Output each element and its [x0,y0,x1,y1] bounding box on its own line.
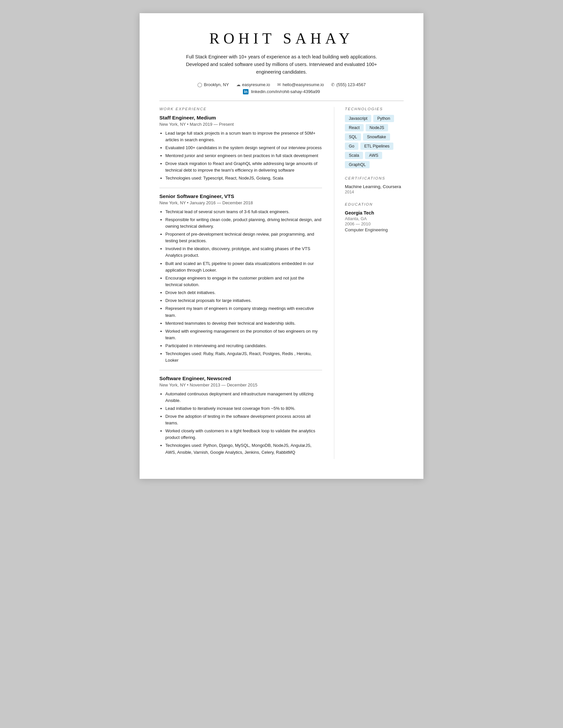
tech-tag: Javascript [345,115,371,122]
job-meta-3: New York, NY • November 2013 — December … [159,382,322,387]
technologies-label: TECHNOLOGIES [345,107,404,111]
job-title-3: Software Engineer, Newscred [159,376,322,381]
list-item: Evaluated 100+ candidates in the system … [165,145,322,151]
email-text: hello@easyresume.io [282,82,324,87]
sep-1 [159,188,322,188]
job-meta-2: New York, NY • January 2016 — December 2… [159,200,322,205]
email-icon: ✉ [277,82,281,87]
list-item: Encourage engineers to engage in the cus… [165,275,322,288]
tech-tag: Snowflake [363,133,390,141]
edu-years-1: 2006 — 2010 [345,221,404,226]
tech-tag: Python [373,115,394,122]
list-item: Mentored teammates to develop their tech… [165,320,322,327]
contact-row-1: ◯ Brooklyn, NY ☁ easyresume.io ✉ hello@e… [159,82,404,87]
list-item: Automated continuous deployment and infr… [165,391,322,404]
education-label: EDUCATION [345,202,404,206]
linkedin-icon: in [243,89,248,94]
list-item: Involved in the ideation, discovery, pro… [165,246,322,259]
list-item: Lead large full stack projects in a scru… [165,130,322,143]
email-item: ✉ hello@easyresume.io [277,82,324,87]
left-column: WORK EXPERIENCE Staff Engineer, Medium N… [159,107,334,459]
job-block-2: Senior Software Engineer, VTS New York, … [159,193,322,364]
phone-text: (555) 123-4567 [336,82,366,87]
website-text: easyresume.io [242,82,270,87]
website-item: ☁ easyresume.io [236,82,270,87]
job-block-1: Staff Engineer, Medium New York, NY • Ma… [159,115,322,182]
list-item: Participated in interviewing and recruit… [165,343,322,349]
list-item: Built and scaled an ETL pipeline to powe… [165,260,322,274]
location-text: Brooklyn, NY [204,82,229,87]
tech-tag: SQL [345,133,361,141]
list-item: Represent my team of engineers in compan… [165,305,322,318]
linkedin-text: linkedin.com/in/rohit-sahay-4396a99 [251,89,320,94]
edu-location-1: Atlanta, GA [345,216,404,221]
list-item: Technical lead of several scrum teams of… [165,209,322,215]
candidate-name: ROHIT SAHAY [159,30,404,47]
list-item: Technologies used: Typescript, React, No… [165,175,322,182]
phone-item: ✆ (555) 123-4567 [331,82,366,87]
cert-name-1: Machine Learning, Coursera [345,184,404,189]
list-item: Proponent of pre-development technical d… [165,231,322,244]
list-item: Technologies used: Ruby, Rails, AngularJ… [165,350,322,364]
certifications-section: CERTIFICATIONS Machine Learning, Courser… [345,176,404,194]
tech-tag: ETL Pipelines [360,143,394,150]
job-title-1: Staff Engineer, Medium [159,115,322,121]
tech-tag: React [345,124,364,131]
tech-tag: GraphQL [345,161,370,168]
edu-major-1: Computer Engineering [345,227,404,232]
main-layout: WORK EXPERIENCE Staff Engineer, Medium N… [159,107,404,459]
location-item: ◯ Brooklyn, NY [197,82,229,87]
tech-tag: Go [345,143,358,150]
header-divider [159,101,404,101]
tech-tag: AWS [365,152,382,159]
list-item: Mentored junior and senior engineers on … [165,152,322,159]
job-block-3: Software Engineer, Newscred New York, NY… [159,376,322,456]
list-item: Technologies used: Python, Django, MySQL… [165,442,322,455]
technologies-section: TECHNOLOGIES JavascriptPythonReactNodeJS… [345,107,404,168]
list-item: Drove the adoption of testing in the sof… [165,413,322,426]
tech-tag: Scala [345,152,363,159]
tech-tags-container: JavascriptPythonReactNodeJSSQLSnowflakeG… [345,115,404,168]
right-column: TECHNOLOGIES JavascriptPythonReactNodeJS… [334,107,404,459]
list-item: Worked closely with customers in a tight… [165,428,322,441]
list-item: Drove tech debt initiatives. [165,289,322,296]
sep-2 [159,370,322,370]
work-experience-label: WORK EXPERIENCE [159,107,322,111]
globe-icon: ☁ [236,82,241,87]
job-title-2: Senior Software Engineer, VTS [159,193,322,199]
summary-text: Full Stack Engineer with 10+ years of ex… [179,53,384,76]
list-item: Worked with engineering management on th… [165,328,322,341]
phone-icon: ✆ [331,82,335,87]
job-bullets-3: Automated continuous deployment and infr… [159,391,322,456]
certifications-label: CERTIFICATIONS [345,176,404,180]
header-section: ROHIT SAHAY Full Stack Engineer with 10+… [159,30,404,94]
list-item: Drove technical proposals for large init… [165,297,322,304]
location-icon: ◯ [197,82,202,87]
cert-year-1: 2014 [345,190,404,194]
resume-page: ROHIT SAHAY Full Stack Engineer with 10+… [140,13,423,479]
job-bullets-2: Technical lead of several scrum teams of… [159,209,322,364]
edu-school-1: Georgia Tech [345,210,404,215]
list-item: Lead initiative to iteratively increase … [165,405,322,412]
linkedin-item: in linkedin.com/in/rohit-sahay-4396a99 [243,89,320,94]
education-section: EDUCATION Georgia Tech Atlanta, GA 2006 … [345,202,404,232]
tech-tag: NodeJS [366,124,388,131]
job-bullets-1: Lead large full stack projects in a scru… [159,130,322,182]
job-meta-1: New York, NY • March 2019 — Present [159,122,322,127]
list-item: Responsible for writing clean code, prod… [165,216,322,230]
contact-row-2: in linkedin.com/in/rohit-sahay-4396a99 [159,89,404,94]
list-item: Drove stack migration to React and Graph… [165,160,322,174]
